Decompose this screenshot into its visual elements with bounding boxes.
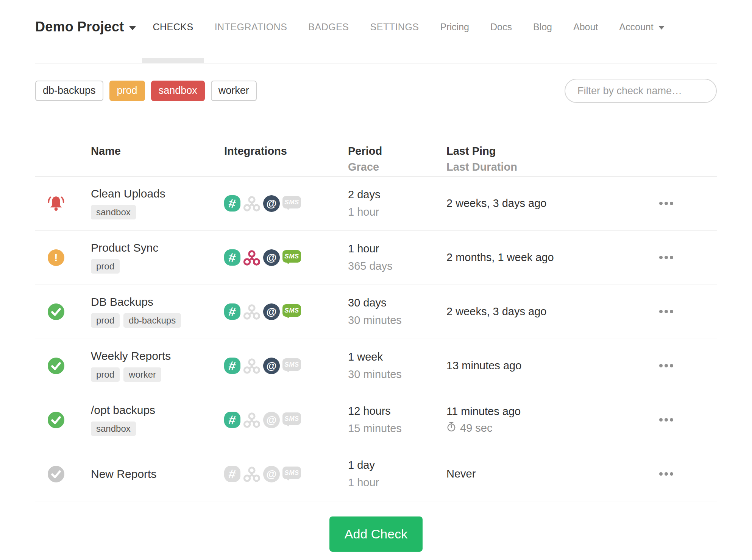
email-icon[interactable]: @: [263, 195, 280, 212]
name-cell: Product Syncprod: [77, 241, 210, 274]
grace-value: 30 minutes: [348, 368, 432, 381]
add-check-button[interactable]: Add Check: [329, 516, 423, 552]
check-tags: prodworker: [91, 367, 210, 382]
row-menu-button[interactable]: [658, 415, 674, 425]
webhook-icon[interactable]: [243, 303, 261, 320]
webhook-icon[interactable]: [243, 249, 261, 266]
sms-icon[interactable]: SMS: [282, 196, 301, 208]
account-menu[interactable]: Account: [619, 19, 665, 34]
email-glyph: @: [266, 361, 276, 371]
slack-glyph: #: [228, 197, 237, 210]
row-menu-button[interactable]: [658, 361, 674, 370]
integrations-cell: #@SMS: [210, 195, 334, 212]
dot: [665, 256, 668, 259]
grace-value: 1 hour: [348, 206, 432, 218]
slack-glyph: #: [228, 305, 237, 318]
row-menu-button[interactable]: [658, 253, 674, 262]
dot: [659, 310, 663, 313]
check-name-filter-input[interactable]: [565, 79, 717, 103]
sms-icon[interactable]: SMS: [282, 412, 301, 425]
period-value: 30 days: [348, 297, 432, 309]
email-glyph: @: [266, 469, 276, 479]
slack-icon[interactable]: #: [224, 466, 240, 482]
check-tags: sandbox: [91, 422, 210, 436]
tag-filter-prod[interactable]: prod: [109, 81, 145, 101]
dot: [670, 364, 673, 367]
period-value: 1 day: [348, 459, 432, 471]
email-icon[interactable]: @: [263, 466, 280, 482]
slack-icon[interactable]: #: [224, 303, 240, 320]
check-name: Weekly Reports: [91, 350, 210, 363]
sms-glyph: SMS: [284, 199, 299, 206]
check-tag: prod: [91, 259, 120, 274]
sms-icon[interactable]: SMS: [282, 358, 301, 371]
checks-page: Demo Project CHECKSINTEGRATIONSBADGESSET…: [35, 0, 717, 552]
period-cell: 30 days30 minutes: [334, 297, 432, 327]
tab-integrations[interactable]: INTEGRATIONS: [215, 19, 287, 34]
check-name: Clean Uploads: [91, 187, 210, 201]
name-cell: New Reports: [77, 468, 210, 481]
period-value: 1 week: [348, 351, 432, 363]
last-ping-value: 2 weeks, 3 days ago: [446, 305, 644, 318]
tag-filter-worker[interactable]: worker: [211, 81, 257, 101]
tag-filter-sandbox[interactable]: sandbox: [151, 81, 205, 101]
last-ping-cell: 2 months, 1 week ago: [432, 251, 644, 264]
slack-icon[interactable]: #: [224, 249, 240, 266]
grace-value: 365 days: [348, 260, 432, 272]
nav-link-pricing[interactable]: Pricing: [440, 19, 469, 34]
last-ping-cell: 2 weeks, 3 days ago: [432, 197, 644, 210]
email-glyph: @: [266, 198, 276, 209]
webhook-icon[interactable]: [243, 411, 261, 429]
sms-icon[interactable]: SMS: [282, 250, 301, 263]
table-body: Clean Uploadssandbox#@SMS2 days1 hour2 w…: [35, 177, 717, 501]
grace-value: 15 minutes: [348, 422, 432, 435]
check-tags: prod: [91, 259, 210, 274]
email-icon[interactable]: @: [263, 303, 280, 320]
email-icon[interactable]: @: [263, 412, 280, 428]
webhook-icon[interactable]: [243, 357, 261, 375]
nav-link-docs[interactable]: Docs: [490, 19, 512, 34]
stopwatch-icon: [446, 422, 456, 435]
new-check-icon: [48, 466, 64, 482]
email-icon[interactable]: @: [263, 249, 280, 266]
slack-icon[interactable]: #: [224, 195, 240, 212]
header-last-duration: Last Duration: [446, 161, 644, 173]
period-cell: 12 hours15 minutes: [334, 405, 432, 435]
tab-settings[interactable]: SETTINGS: [370, 19, 419, 34]
slack-icon[interactable]: #: [224, 412, 240, 428]
check-name: DB Backups: [91, 296, 210, 309]
nav-link-blog[interactable]: Blog: [533, 19, 552, 34]
table-row: DB Backupsproddb-backups#@SMS30 days30 m…: [35, 285, 717, 339]
name-cell: /opt backupssandbox: [77, 404, 210, 436]
nav-link-about[interactable]: About: [573, 19, 598, 34]
caret-down-icon: [129, 26, 136, 30]
tab-checks[interactable]: CHECKS: [153, 19, 193, 34]
project-switcher[interactable]: Demo Project: [35, 19, 136, 35]
exclamation-glyph: !: [54, 252, 58, 263]
row-menu-button[interactable]: [658, 199, 674, 208]
integrations-cell: #@SMS: [210, 411, 334, 429]
tab-badges[interactable]: BADGES: [308, 19, 349, 34]
account-label: Account: [619, 19, 653, 34]
period-value: 1 hour: [348, 243, 432, 255]
webhook-icon[interactable]: [243, 195, 261, 212]
webhook-icon[interactable]: [243, 465, 261, 483]
sms-icon[interactable]: SMS: [282, 304, 301, 317]
sms-glyph: SMS: [284, 307, 299, 314]
menu-cell: [644, 469, 717, 479]
slack-icon[interactable]: #: [224, 358, 240, 374]
sms-icon[interactable]: SMS: [282, 467, 301, 479]
row-menu-button[interactable]: [658, 469, 674, 479]
nav-items: CHECKSINTEGRATIONSBADGESSETTINGSPricingD…: [153, 19, 665, 34]
alert-bell-icon: [47, 193, 66, 214]
last-ping-value: 13 minutes ago: [446, 359, 644, 372]
row-menu-button[interactable]: [658, 307, 674, 316]
tag-filter-db-backups[interactable]: db-backups: [35, 81, 103, 101]
slack-glyph: #: [228, 467, 237, 481]
status-cell: [35, 466, 77, 482]
up-check-icon: [48, 358, 64, 374]
top-nav: Demo Project CHECKSINTEGRATIONSBADGESSET…: [35, 0, 717, 64]
grace-value: 30 minutes: [348, 314, 432, 327]
dot: [670, 310, 673, 313]
email-icon[interactable]: @: [263, 358, 280, 374]
